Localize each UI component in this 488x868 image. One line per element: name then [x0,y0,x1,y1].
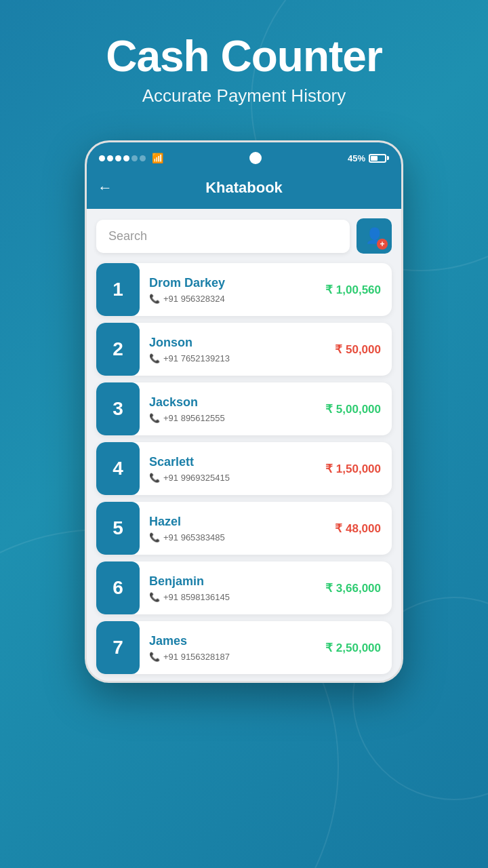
contact-phone: 📞 +91 8598136145 [149,592,325,602]
phone-number: +91 9969325415 [163,473,230,483]
phone-icon: 📞 [149,532,160,542]
contact-amount: ₹ 50,000 [335,342,381,357]
plus-badge: + [377,239,388,250]
phone-frame: 📶 45% ← Khatabook Sea [85,140,403,683]
signal-dot-1 [99,155,105,161]
signal-area: 📶 [99,153,163,163]
contact-name: James [149,634,325,648]
phone-number: +91 9156328187 [163,652,230,662]
contact-list: 1 Drom Darkey 📞 +91 956328324 ₹ 1,00,560… [96,263,392,681]
contact-card[interactable]: 2 Jonson 📞 +91 7652139213 ₹ 50,000 [96,323,392,376]
contact-index-badge: 4 [96,442,140,495]
phone-number: +91 8598136145 [163,592,230,602]
battery-fill [371,156,378,161]
phone-number: +91 895612555 [163,413,225,423]
contact-index-badge: 7 [96,621,140,674]
contact-info: Benjamin 📞 +91 8598136145 [149,566,325,610]
contact-name: Benjamin [149,574,325,589]
app-header: ← Khatabook [87,171,401,209]
battery-area: 45% [348,153,389,163]
contact-card[interactable]: 7 James 📞 +91 9156328187 ₹ 2,50,000 [96,621,392,674]
contact-info: Drom Darkey 📞 +91 956328324 [149,268,325,312]
contact-phone: 📞 +91 965383485 [149,532,335,542]
contact-info: Jackson 📞 +91 895612555 [149,387,325,431]
contact-index-badge: 2 [96,323,140,376]
battery-tip [387,156,389,160]
battery-body [369,154,386,163]
search-input[interactable]: Search [96,220,350,253]
app-header-title: Khatabook [205,179,283,197]
contact-phone: 📞 +91 9969325415 [149,473,325,483]
contact-index-badge: 6 [96,561,140,614]
signal-dot-6 [140,155,146,161]
app-promo-subtitle: Accurate Payment History [27,85,461,106]
contact-index-badge: 5 [96,502,140,555]
signal-dot-4 [123,155,129,161]
contact-index-badge: 3 [96,382,140,435]
contact-amount: ₹ 48,000 [335,521,381,536]
contact-card[interactable]: 5 Hazel 📞 +91 965383485 ₹ 48,000 [96,502,392,555]
signal-dot-5 [131,155,138,161]
contact-phone: 📞 +91 9156328187 [149,652,325,662]
contact-amount: ₹ 1,00,560 [325,283,381,297]
contact-card[interactable]: 3 Jackson 📞 +91 895612555 ₹ 5,00,000 [96,382,392,435]
phone-number: +91 7652139213 [163,353,230,363]
contact-name: Jonson [149,336,335,350]
phone-number: +91 956328324 [163,294,225,304]
phone-icon: 📞 [149,592,160,602]
wifi-icon: 📶 [152,153,163,163]
contact-info: Jonson 📞 +91 7652139213 [149,328,335,372]
contact-amount: ₹ 3,66,000 [325,581,381,595]
contact-info: Hazel 📞 +91 965383485 [149,507,335,551]
phone-icon: 📞 [149,473,160,483]
status-bar: 📶 45% [87,142,401,171]
contact-card[interactable]: 1 Drom Darkey 📞 +91 956328324 ₹ 1,00,560 [96,263,392,316]
search-placeholder: Search [108,229,147,243]
back-button[interactable]: ← [98,179,113,197]
contact-amount: ₹ 1,50,000 [325,462,381,476]
contact-name: Scarlett [149,455,325,469]
contact-card[interactable]: 6 Benjamin 📞 +91 8598136145 ₹ 3,66,000 [96,561,392,614]
phone-icon: 📞 [149,413,160,423]
contact-info: Scarlett 📞 +91 9969325415 [149,447,325,491]
contact-phone: 📞 +91 7652139213 [149,353,335,363]
signal-dot-2 [107,155,113,161]
contact-amount: ₹ 5,00,000 [325,402,381,416]
contact-phone: 📞 +91 895612555 [149,413,325,423]
contact-name: Jackson [149,395,325,410]
phone-icon: 📞 [149,652,160,662]
battery-icon [369,154,389,163]
promo-header: Cash Counter Accurate Payment History [0,0,488,120]
app-promo-title: Cash Counter [27,33,461,80]
home-indicator [249,152,262,164]
contact-info: James 📞 +91 9156328187 [149,626,325,670]
contact-card[interactable]: 4 Scarlett 📞 +91 9969325415 ₹ 1,50,000 [96,442,392,495]
contact-name: Drom Darkey [149,276,325,290]
phone-icon: 📞 [149,294,160,304]
contact-name: Hazel [149,515,335,529]
add-contact-button[interactable]: 👤 + [357,218,392,254]
phone-icon: 📞 [149,353,160,363]
phone-number: +91 965383485 [163,532,225,542]
app-body: Search 👤 + 1 Drom Darkey 📞 +91 956328324… [87,209,401,681]
contact-phone: 📞 +91 956328324 [149,294,325,304]
search-row: Search 👤 + [96,218,392,254]
signal-dot-3 [115,155,121,161]
battery-percent: 45% [348,153,365,163]
contact-amount: ₹ 2,50,000 [325,641,381,655]
contact-index-badge: 1 [96,263,140,316]
phone-mockup: 📶 45% ← Khatabook Sea [0,140,488,683]
